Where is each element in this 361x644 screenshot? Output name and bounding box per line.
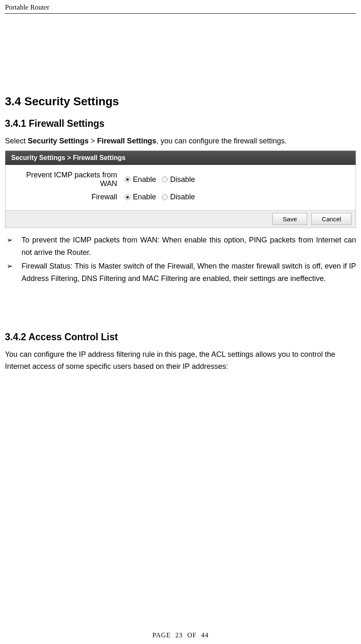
icmp-enable-option[interactable]: Enable [125,175,156,184]
panel-body: Prevent ICMP packets from WAN Enable Dis… [5,165,356,210]
heading-firewall-settings: 3.4.1 Firewall Settings [5,118,356,129]
bullet-text: To prevent the ICMP packets from WAN: Wh… [22,234,356,259]
breadcrumb-security: Security Settings [28,137,89,145]
firewall-disable-option[interactable]: Disable [162,193,195,201]
header-title: Portable Router [5,3,49,11]
bullet-arrow-icon: ➢ [5,260,22,285]
heading-security-settings: 3.4 Security Settings [5,95,356,108]
page-number: PAGE 23 OF 44 [152,632,209,639]
radio-icon [125,177,130,182]
radio-icon [162,194,168,200]
page-header: Portable Router [5,0,356,14]
intro-post: , you can configure the firewall setting… [156,137,287,145]
intro-acl: You can configure the IP address filteri… [5,349,356,373]
label-firewall: Firewall [13,193,125,202]
firewall-enable-option[interactable]: Enable [125,193,156,201]
radio-icon [162,177,168,182]
page-footer: PAGE 23 OF 44 [0,632,361,639]
bullet-list: ➢ To prevent the ICMP packets from WAN: … [5,234,356,285]
radio-group-firewall: Enable Disable [125,193,195,201]
icmp-disable-option[interactable]: Disable [162,175,195,184]
page-content: 3.4 Security Settings 3.4.1 Firewall Set… [5,14,356,373]
breadcrumb-sep: > [89,137,97,145]
radio-label-enable: Enable [133,175,156,184]
bullet-arrow-icon: ➢ [5,234,22,259]
panel-footer: Save Cancel [5,210,356,228]
radio-label-enable: Enable [133,193,156,201]
cancel-button[interactable]: Cancel [311,213,351,225]
breadcrumb-firewall: Firewall Settings [97,137,156,145]
row-firewall: Firewall Enable Disable [13,193,348,202]
list-item: ➢ To prevent the ICMP packets from WAN: … [5,234,356,259]
firewall-settings-panel: Security Settings > Firewall Settings Pr… [5,150,356,228]
radio-group-icmp: Enable Disable [125,175,195,184]
bullet-text: Firewall Status: This is Master switch o… [22,260,356,285]
heading-acl: 3.4.2 Access Control List [5,332,356,343]
save-button[interactable]: Save [272,213,307,225]
intro-pre: Select [5,137,28,145]
label-prevent-icmp: Prevent ICMP packets from WAN [13,171,125,189]
list-item: ➢ Firewall Status: This is Master switch… [5,260,356,285]
row-prevent-icmp: Prevent ICMP packets from WAN Enable Dis… [13,171,348,189]
radio-icon [125,194,130,200]
panel-title: Security Settings > Firewall Settings [5,151,356,165]
radio-label-disable: Disable [170,193,195,201]
spacer [5,286,356,332]
radio-label-disable: Disable [170,175,195,184]
intro-firewall: Select Security Settings > Firewall Sett… [5,135,356,147]
